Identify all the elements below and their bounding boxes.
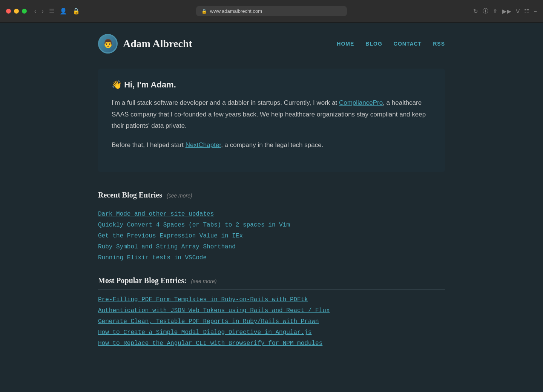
person-icon: 👤 (60, 8, 67, 15)
blog-entry-link[interactable]: Dark Mode and other site updates (98, 211, 214, 217)
grid-icon[interactable]: ☷ (524, 8, 529, 15)
bio-p2-before: Before that, I helped start (112, 141, 186, 149)
website: 👨 Adam Albrecht HOME BLOG CONTACT RSS 👋 … (83, 23, 460, 362)
popular-blog-divider (98, 289, 445, 290)
recent-see-more-link[interactable]: (see more) (167, 193, 192, 199)
traffic-lights (6, 9, 27, 14)
sidebar-icon[interactable]: ☰ (49, 8, 54, 15)
blog-entry-link[interactable]: Authentication with JSON Web Tokens usin… (98, 307, 330, 314)
right-toolbar: ↻ ⓘ ⇧ ▶▶ V ☷ − (473, 8, 537, 15)
nav-contact[interactable]: CONTACT (394, 41, 422, 47)
maximize-button[interactable] (22, 9, 27, 14)
greeting-text: Hi, I'm Adam. (124, 80, 176, 89)
greeting: 👋 Hi, I'm Adam. (112, 80, 431, 90)
blog-entry-link[interactable]: Quickly Convert 4 Spaces (or Tabs) to 2 … (98, 222, 290, 228)
site-nav: HOME BLOG CONTACT RSS (337, 41, 445, 47)
address-bar[interactable]: 🔒 www.adamalbrecht.com (196, 6, 347, 16)
extensions-icon[interactable]: ▶▶ (502, 8, 511, 15)
recent-blog-section: Recent Blog Entries (see more) Dark Mode… (98, 183, 445, 269)
share-icon[interactable]: ⇧ (493, 8, 498, 15)
avatar: 👨 (98, 34, 118, 54)
blog-entry-link[interactable]: How to Replace the Angular CLI with Brow… (98, 340, 322, 347)
nav-blog[interactable]: BLOG (365, 41, 382, 47)
popular-blog-header: Most Popular Blog Entries: (see more) (98, 276, 445, 285)
bio-paragraph-2: Before that, I helped start NextChapter,… (112, 139, 431, 151)
blog-entry-link[interactable]: Pre-Filling PDF Form Templates in Ruby-o… (98, 296, 308, 303)
nav-home[interactable]: HOME (337, 41, 354, 47)
bio-p2-after: , a company in the legal tech space. (221, 141, 323, 149)
list-item: Pre-Filling PDF Form Templates in Ruby-o… (98, 296, 445, 303)
blog-entry-link[interactable]: How to Create a Simple Modal Dialog Dire… (98, 329, 312, 336)
popular-blog-title: Most Popular Blog Entries: (98, 276, 187, 285)
list-item: Dark Mode and other site updates (98, 210, 445, 217)
bio-p1-before: I'm a full stack software developer and … (112, 99, 339, 106)
list-item: How to Replace the Angular CLI with Brow… (98, 340, 445, 347)
blog-entry-link[interactable]: Get the Previous Expression Value in IEx (98, 233, 243, 239)
blog-entry-link[interactable]: Generate Clean, Testable PDF Reports in … (98, 318, 319, 325)
forward-icon[interactable]: › (41, 8, 43, 15)
list-item: How to Create a Simple Modal Dialog Dire… (98, 329, 445, 336)
address-bar-area: 🔒 www.adamalbrecht.com (196, 6, 347, 16)
nextchapter-link[interactable]: NextChapter (186, 141, 221, 149)
main-content: 👋 Hi, I'm Adam. I'm a full stack softwar… (98, 61, 445, 362)
list-item: Get the Previous Expression Value in IEx (98, 232, 445, 239)
lock-icon: 🔒 (201, 9, 207, 14)
list-item: Generate Clean, Testable PDF Reports in … (98, 318, 445, 325)
site-header: 👨 Adam Albrecht HOME BLOG CONTACT RSS (98, 23, 445, 61)
intro-section: 👋 Hi, I'm Adam. I'm a full stack softwar… (98, 69, 445, 172)
site-logo: 👨 Adam Albrecht (98, 34, 192, 54)
shield-icon: 🔒 (72, 8, 80, 15)
list-item: Ruby Symbol and String Array Shorthand (98, 243, 445, 250)
popular-blog-section: Most Popular Blog Entries: (see more) Pr… (98, 269, 445, 354)
refresh-icon[interactable]: ↻ (473, 8, 478, 15)
popular-see-more[interactable]: (see more) (191, 278, 217, 284)
blog-entry-link[interactable]: Running Elixir tests in VSCode (98, 254, 207, 261)
recent-blog-title: Recent Blog Entries (98, 191, 162, 199)
recent-blog-divider (98, 204, 445, 204)
recent-blog-list: Dark Mode and other site updatesQuickly … (98, 210, 445, 261)
window-chrome: ‹ › ☰ 👤 🔒 🔒 www.adamalbrecht.com ↻ ⓘ ⇧ ▶… (0, 0, 543, 23)
list-item: Quickly Convert 4 Spaces (or Tabs) to 2 … (98, 221, 445, 228)
site-title: Adam Albrecht (123, 38, 192, 50)
nav-rss[interactable]: RSS (433, 41, 445, 47)
list-item: Running Elixir tests in VSCode (98, 254, 445, 261)
back-icon[interactable]: ‹ (34, 8, 36, 15)
compliance-pro-link[interactable]: CompliancePro (339, 99, 383, 106)
info-icon: ⓘ (483, 8, 488, 15)
minus-icon[interactable]: − (534, 8, 537, 14)
url-text: www.adamalbrecht.com (210, 8, 262, 14)
recent-blog-header: Recent Blog Entries (see more) (98, 191, 445, 199)
bio-paragraph-1: I'm a full stack software developer and … (112, 97, 431, 132)
close-button[interactable] (6, 9, 11, 14)
vimium-icon[interactable]: V (516, 8, 520, 14)
nav-toolbar: ‹ › ☰ 👤 🔒 (34, 8, 80, 15)
browser-content: 👨 Adam Albrecht HOME BLOG CONTACT RSS 👋 … (0, 23, 543, 392)
popular-blog-list: Pre-Filling PDF Form Templates in Ruby-o… (98, 296, 445, 347)
recent-see-more[interactable]: (see more) (167, 193, 192, 199)
greeting-emoji: 👋 (112, 80, 122, 89)
avatar-emoji: 👨 (103, 39, 113, 49)
list-item: Authentication with JSON Web Tokens usin… (98, 307, 445, 314)
blog-entry-link[interactable]: Ruby Symbol and String Array Shorthand (98, 243, 236, 250)
popular-see-more-link[interactable]: (see more) (191, 278, 217, 284)
minimize-button[interactable] (14, 9, 19, 14)
